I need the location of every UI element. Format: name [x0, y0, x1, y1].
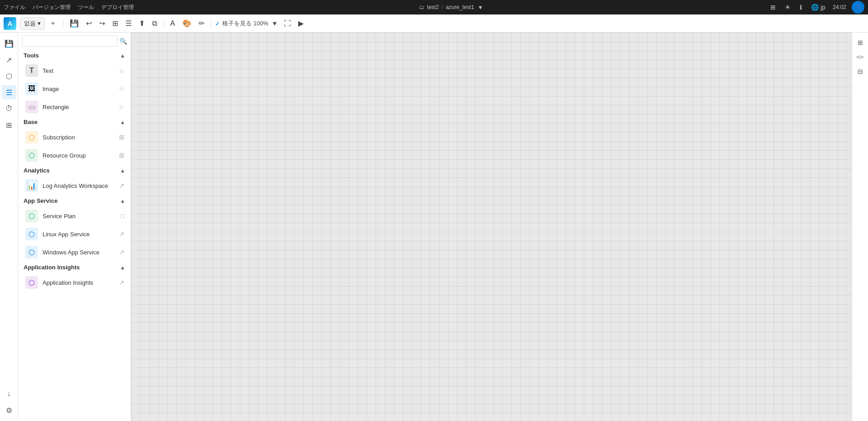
grid-toggle[interactable]: ✓ 格子を見る — [215, 19, 252, 28]
text-color-btn[interactable]: A — [167, 18, 178, 29]
log-analytics-action[interactable]: ↗ — [118, 181, 125, 190]
menu-tools[interactable]: ツール — [78, 4, 94, 11]
section-app-service-label: App Service — [24, 197, 57, 204]
toolbar: A 없음 ▾ ＋ 💾 ↩ ↪ ⊞ ☰ ⬆ ⧉ A 🎨 ✏ ✓ 格子を見る 100… — [0, 14, 868, 33]
section-base-header[interactable]: Base ▲ — [18, 116, 131, 128]
undo-btn[interactable]: ↩ — [83, 17, 95, 29]
log-analytics-label: Log Analytics Workspace — [43, 182, 114, 189]
rect-star[interactable]: ☆ — [118, 102, 125, 111]
frame-btn[interactable]: ⊞ — [110, 17, 121, 29]
app-insights-action[interactable]: ↗ — [118, 278, 125, 287]
menu-version[interactable]: バージョン管理 — [33, 4, 71, 11]
fullscreen-btn[interactable]: ⛶ — [281, 18, 294, 29]
add-btn[interactable]: ＋ — [47, 17, 59, 30]
grid-label: 格子を見る — [222, 19, 252, 28]
rect-icon: ▭ — [25, 100, 38, 113]
section-app-insights-header[interactable]: Application Insights ▲ — [18, 261, 131, 273]
section-analytics-label: Analytics — [24, 167, 50, 174]
user-avatar[interactable]: 👤 — [852, 1, 864, 14]
resource-group-label: Resource Group — [43, 152, 114, 159]
save-btn[interactable]: 💾 — [67, 17, 81, 29]
item-windows-app[interactable]: ⬡ Windows App Service ↗ — [18, 243, 131, 261]
resource-group-action[interactable]: ⊞ — [118, 151, 125, 160]
image-label: Image — [43, 86, 113, 92]
canvas-area[interactable] — [131, 33, 852, 421]
zoom-control[interactable]: 100% ▾ — [253, 17, 279, 29]
menu-deploy[interactable]: デプロイ管理 — [101, 4, 134, 11]
titlebar-left: ファイル バージョン管理 ツール デプロイ管理 — [4, 4, 134, 11]
right-panel-toggle[interactable]: ⊞ — [854, 36, 867, 49]
iconbar-layers[interactable]: ☰ — [2, 85, 16, 100]
item-service-plan[interactable]: ⬡ Service Plan □ — [18, 207, 131, 225]
subscription-action[interactable]: ⊞ — [118, 133, 125, 142]
main-area: 💾 ↗ ⬡ ☰ ⏱ ⊞ ↓ ⚙ 🔍 Tools ▲ T Text ☆ — [0, 33, 868, 421]
section-tools-label: Tools — [24, 52, 39, 59]
base-chevron: ▲ — [120, 119, 125, 125]
linux-app-icon: ⬡ — [25, 228, 38, 240]
panel-content: Tools ▲ T Text ☆ 🖼 Image ☆ ▭ Rectangle ☆… — [18, 49, 131, 421]
item-rectangle[interactable]: ▭ Rectangle ☆ — [18, 98, 131, 116]
layout-btn[interactable]: ⊞ — [768, 3, 777, 12]
text-label: Text — [43, 67, 113, 74]
iconbar-components[interactable]: ⊞ — [2, 118, 16, 132]
item-resource-group[interactable]: ⬡ Resource Group ⊞ — [18, 146, 131, 164]
info-btn[interactable]: ℹ — [798, 3, 804, 12]
search-btn[interactable]: 🔍 — [119, 38, 127, 45]
redo-btn[interactable]: ↪ — [96, 17, 108, 29]
section-analytics-header[interactable]: Analytics ▲ — [18, 164, 131, 177]
copy-btn[interactable]: ⧉ — [149, 18, 160, 29]
upload-btn[interactable]: ⬆ — [136, 17, 148, 29]
right-panel-props[interactable]: ⊟ — [854, 65, 867, 78]
present-btn[interactable]: ▶ — [296, 17, 306, 29]
section-base-label: Base — [24, 119, 38, 125]
tools-chevron: ▲ — [120, 53, 125, 59]
separator: / — [442, 4, 443, 10]
titlebar-center: 🗂 test2 / azure_test1 ▾ — [419, 3, 484, 12]
item-linux-app[interactable]: ⬡ Linux App Service ↗ — [18, 225, 131, 243]
pencil-btn[interactable]: ✏ — [196, 17, 207, 29]
iconbar-save[interactable]: 💾 — [2, 36, 16, 51]
windows-app-action[interactable]: ↗ — [118, 248, 125, 257]
linux-app-action[interactable]: ↗ — [118, 230, 125, 239]
right-panel-code[interactable]: </> — [854, 51, 867, 63]
item-text[interactable]: T Text ☆ — [18, 62, 131, 80]
canvas-grid — [131, 33, 852, 421]
service-plan-action[interactable]: □ — [120, 211, 125, 220]
menu-file[interactable]: ファイル — [4, 4, 25, 11]
right-panels: ⊞ </> ⊟ — [852, 33, 868, 421]
dropdown-chevron: ▾ — [38, 20, 41, 27]
fill-btn[interactable]: 🎨 — [180, 17, 194, 29]
iconbar-shapes[interactable]: ⬡ — [2, 69, 16, 83]
analytics-chevron: ▲ — [120, 167, 125, 174]
item-subscription[interactable]: ⬡ Subscription ⊞ — [18, 128, 131, 146]
azure-logo: A — [4, 17, 16, 30]
section-app-service-header[interactable]: App Service ▲ — [18, 195, 131, 207]
app-insights-label: Application Insights — [43, 279, 114, 286]
dropdown-btn[interactable]: ▾ — [477, 3, 484, 12]
list-btn[interactable]: ☰ — [123, 17, 134, 29]
text-star[interactable]: ☆ — [118, 66, 125, 75]
section-app-insights-label: Application Insights — [24, 264, 80, 271]
zoom-dropdown-btn[interactable]: ▾ — [270, 17, 279, 29]
iconbar-settings[interactable]: ⚙ — [2, 403, 16, 417]
windows-app-label: Windows App Service — [43, 249, 114, 256]
image-star[interactable]: ☆ — [118, 84, 125, 93]
image-icon: 🖼 — [25, 82, 38, 95]
item-log-analytics[interactable]: 📊 Log Analytics Workspace ↗ — [18, 177, 131, 195]
check-icon: ✓ — [215, 20, 220, 27]
group-dropdown[interactable]: 없음 ▾ — [20, 17, 45, 30]
panel-search-area: 🔍 — [18, 33, 131, 49]
item-image[interactable]: 🖼 Image ☆ — [18, 80, 131, 98]
lang-btn[interactable]: 🌐 jp — [809, 3, 827, 12]
time-display: 24:02 — [833, 4, 846, 10]
iconbar-export[interactable]: ↗ — [2, 53, 16, 67]
search-input[interactable] — [22, 35, 118, 47]
iconbar-download[interactable]: ↓ — [2, 387, 16, 401]
iconbar-history[interactable]: ⏱ — [2, 101, 16, 116]
text-icon: T — [25, 64, 38, 77]
sep1 — [63, 19, 63, 28]
item-app-insights[interactable]: ⬡ Application Insights ↗ — [18, 273, 131, 292]
section-tools-header[interactable]: Tools ▲ — [18, 49, 131, 62]
theme-btn[interactable]: ☀ — [783, 3, 792, 12]
sep2 — [163, 19, 164, 28]
